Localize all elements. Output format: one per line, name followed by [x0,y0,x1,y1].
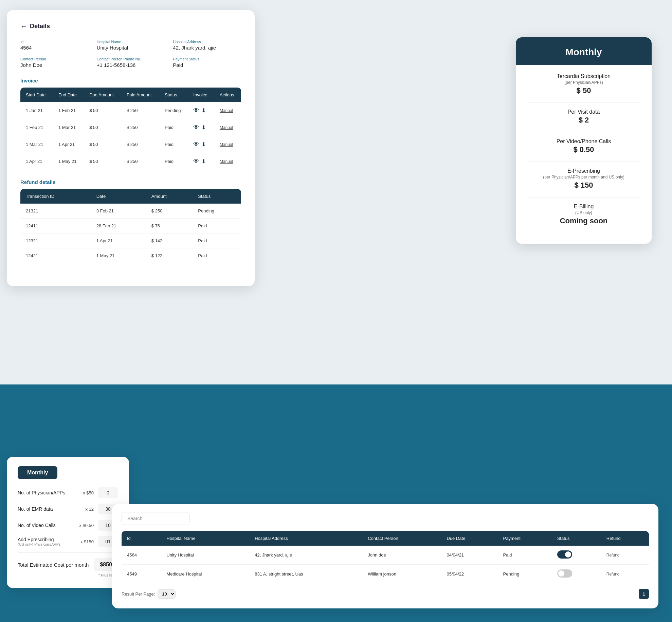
pricing-card: Monthly Tercardia Subscription (per Phys… [516,37,652,244]
paid-amount: $ 250 [121,119,159,136]
invoice-col-status: Status [159,88,188,102]
hospital-address-label: Hospital Address [173,40,241,44]
table-row: 4549 Medicare Hospital 831 A, stright st… [122,565,649,584]
refund-status: Paid [193,219,241,233]
start-date: 1 Apr 21 [20,153,53,170]
calc-row-label: No. of Physician/APPs [18,490,73,495]
transaction-id: 12421 [20,248,91,263]
pricing-item-title: Tercardia Subscription [527,73,641,79]
row-address: 831 A, stright street, Uas [249,565,362,584]
pricing-item-price: $ 2 [527,116,641,125]
refund-date: 28 Feb 21 [91,219,146,233]
pricing-item-title: E-Prescribing [527,168,641,174]
table-row: 1 Apr 21 1 May 21 $ 50 $ 250 Paid 👁 ⬇ Ma… [20,153,241,170]
row-payment: Pending [498,565,552,584]
paid-amount: $ 250 [121,153,159,170]
due-amount: $ 50 [84,102,121,119]
pricing-body: Tercardia Subscription (per Physician/AP… [516,65,652,244]
back-button[interactable]: ← Details [20,22,241,30]
refund-status: Paid [193,233,241,248]
refund-amount: $ 76 [146,219,193,233]
invoice-icons: 👁 ⬇ [188,119,214,136]
refund-col-id: Transection ID [20,189,91,204]
status-toggle[interactable] [557,569,572,578]
details-card: ← Details Id 4564 Hospital Name Unity Ho… [7,10,255,286]
main-table-col: Due Date [441,531,497,546]
meta-hospital-name: Hospital Name Unity Hospital [97,40,165,51]
row-contact: John doe [362,546,441,565]
pricing-item-price: $ 50 [527,86,641,95]
paid-amount: $ 250 [121,102,159,119]
row-id: 4564 [122,546,161,565]
due-amount: $ 50 [84,153,121,170]
refund-col-status: Status [193,189,241,204]
per-page-select: Result Per Page: 10 25 50 [122,589,176,599]
eye-icon[interactable]: 👁 [193,141,199,148]
transaction-id: 21321 [20,204,91,219]
refund-col-amount: Amount [146,189,193,204]
row-due-date: 05/04/22 [441,565,497,584]
calc-row-label: Add Eprescribing (US only) Physician/APP… [18,537,73,546]
main-table-col: Refund [601,531,649,546]
main-table-col: Payment [498,531,552,546]
eye-icon[interactable]: 👁 [193,158,199,165]
total-label: Total Estimated Cost per month [18,562,89,568]
table-row: 4564 Unity Hospital 42, Jhark yard. ajie… [122,546,649,565]
main-table-col: Hospital Name [161,531,249,546]
row-refund[interactable]: Refund [601,546,649,565]
invoice-icons: 👁 ⬇ [188,136,214,153]
transaction-id: 12321 [20,233,91,248]
action-link[interactable]: Manual [214,102,241,119]
meta-id: Id 4564 [20,40,89,51]
pricing-item-sub: (US only) [527,210,641,215]
row-due-date: 04/04/21 [441,546,497,565]
invoice-col-actions: Actions [214,88,241,102]
start-date: 1 Feb 21 [20,119,53,136]
per-page-dropdown[interactable]: 10 25 50 [158,589,176,599]
pricing-item: Per Video/Phone Calls $ 0.50 [527,138,641,154]
meta-hospital-address: Hospital Address 42, Jhark yard. ajie [173,40,241,51]
tax-note: * Plus taxes [18,573,118,577]
main-table-col: Status [552,531,601,546]
eye-icon[interactable]: 👁 [193,107,199,114]
monthly-button[interactable]: Monthly [18,466,57,479]
row-refund[interactable]: Refund [601,565,649,584]
pagination-row: Result Per Page: 10 25 50 1 [122,589,649,599]
main-table-col: Hospital Address [249,531,362,546]
download-icon[interactable]: ⬇ [201,124,206,131]
eye-icon[interactable]: 👁 [193,124,199,131]
action-link[interactable]: Manual [214,153,241,170]
calc-row-sub: (US only) Physician/APPs [18,542,73,546]
download-icon[interactable]: ⬇ [201,141,206,148]
download-icon[interactable]: ⬇ [201,158,206,165]
invoice-col-paid: Paid Amount [121,88,159,102]
row-status-toggle [552,546,601,565]
row-hospital: Medicare Hospital [161,565,249,584]
status: Paid [159,153,188,170]
refund-amount: $ 122 [146,248,193,263]
refund-section-title: Refund details [20,179,241,185]
due-amount: $ 50 [84,136,121,153]
end-date: 1 Apr 21 [53,136,84,153]
calc-row-rate: x $2 [73,507,94,512]
action-link[interactable]: Manual [214,119,241,136]
pricing-item-sub: (per Physician/APPs per month and US onl… [527,175,641,180]
action-link[interactable]: Manual [214,136,241,153]
pricing-item-price: Coming soon [527,216,641,225]
invoice-icons: 👁 ⬇ [188,102,214,119]
invoice-table: Start Date End Date Due Amount Paid Amou… [20,88,241,170]
start-date: 1 Mar 21 [20,136,53,153]
calc-row: No. of Video Calls x $0.50 10 [18,520,118,531]
payment-status-value: Paid [173,62,183,68]
calc-row: No. of Physician/APPs x $50 0 [18,487,118,498]
per-page-label: Result Per Page: [122,591,155,597]
calculator-rows: No. of Physician/APPs x $50 0 No. of EMR… [18,487,118,547]
search-input[interactable] [122,512,189,525]
pricing-item-title: Per Visit data [527,109,641,115]
end-date: 1 Feb 21 [53,102,84,119]
invoice-col-due: Due Amount [84,88,121,102]
download-icon[interactable]: ⬇ [201,107,206,114]
status-toggle[interactable] [557,550,572,559]
page-number[interactable]: 1 [639,589,649,599]
end-date: 1 May 21 [53,153,84,170]
